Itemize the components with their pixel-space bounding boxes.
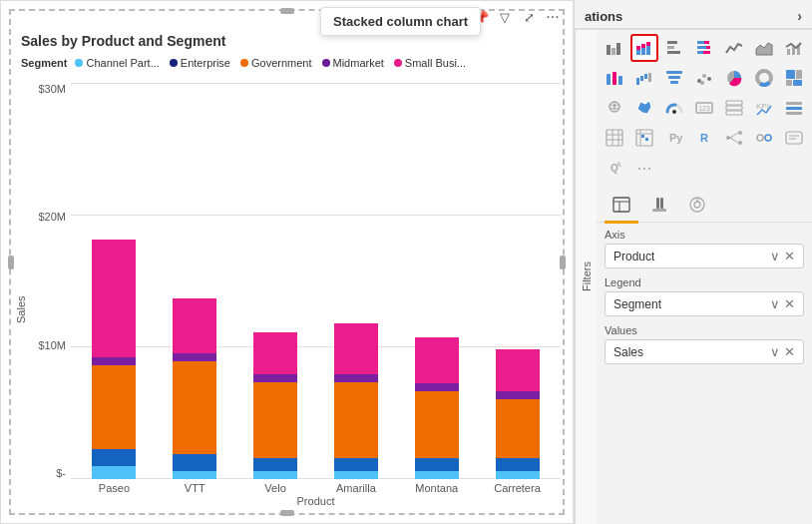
filter-icon[interactable]: ▽ [497, 9, 513, 25]
svg-rect-55 [607, 130, 622, 146]
pie-chart-icon[interactable] [720, 64, 748, 92]
resize-top[interactable] [280, 8, 294, 14]
bar-segment[interactable] [92, 240, 136, 357]
map-icon[interactable] [601, 94, 628, 122]
bar-segment[interactable] [496, 471, 540, 479]
stacked-bar[interactable] [92, 240, 136, 479]
bar-segment[interactable] [415, 471, 459, 479]
multi-row-card-icon[interactable] [720, 94, 748, 122]
more-visuals-icon[interactable]: ··· [630, 154, 658, 182]
format-tab[interactable] [642, 188, 676, 222]
viz-header-chevron-icon[interactable]: › [797, 8, 802, 24]
bar-segment[interactable] [92, 449, 136, 466]
waterfall-icon[interactable] [630, 64, 658, 92]
axis-close-icon[interactable]: ✕ [784, 249, 795, 263]
bar-segment[interactable] [415, 383, 459, 391]
legend-chip[interactable]: Segment ∨ ✕ [605, 291, 804, 316]
svg-rect-4 [636, 46, 640, 50]
bar-segment[interactable] [253, 374, 297, 382]
bar-segment[interactable] [173, 471, 216, 479]
bar-segment[interactable] [496, 391, 540, 399]
py-visual-icon[interactable]: Py [660, 124, 688, 152]
bar-segment[interactable] [92, 365, 136, 449]
line-clustered-icon[interactable] [780, 34, 808, 62]
stacked-col-icon[interactable] [630, 34, 658, 62]
stacked-bar-icon[interactable] [690, 34, 718, 62]
r-visual-icon[interactable]: R [690, 124, 718, 152]
bar-segment[interactable] [334, 374, 378, 382]
kpi-icon[interactable]: KPI [750, 94, 778, 122]
funnel-icon[interactable] [660, 64, 688, 92]
matrix-icon[interactable] [630, 124, 658, 152]
stacked-bar[interactable] [173, 298, 216, 479]
svg-rect-39 [786, 70, 795, 79]
legend-item-1: Enterprise [170, 57, 230, 69]
bar-segment[interactable] [496, 349, 540, 391]
bar-segment[interactable] [334, 323, 378, 374]
bar-segment[interactable] [253, 332, 297, 374]
legend-chevron-icon[interactable]: ∨ [770, 296, 780, 311]
decomp-tree-icon[interactable] [720, 124, 748, 152]
bar-segment[interactable] [253, 471, 297, 479]
bar-segment[interactable] [173, 353, 216, 361]
bar-segment[interactable] [415, 337, 459, 383]
axis-chevron-icon[interactable]: ∨ [770, 249, 780, 263]
y-axis-label: Sales [13, 83, 29, 509]
bar-group [320, 83, 391, 479]
scatter-chart-icon[interactable] [690, 64, 718, 92]
card-icon[interactable]: 123 [690, 94, 718, 122]
line-chart-icon[interactable] [720, 34, 748, 62]
values-chip[interactable]: Sales ∨ ✕ [605, 339, 804, 364]
svg-rect-7 [646, 46, 650, 55]
bar-segment[interactable] [334, 458, 378, 471]
y-tick-0: $- [56, 467, 66, 479]
values-chip-value: Sales [613, 345, 643, 359]
smart-narrative-icon[interactable] [780, 124, 808, 152]
stacked-bar[interactable] [253, 332, 297, 479]
more-options-icon[interactable]: ··· [545, 9, 561, 25]
legend-dot-2 [240, 59, 248, 67]
bar-segment[interactable] [173, 298, 216, 353]
legend-dot-4 [394, 59, 402, 67]
stacked-bar[interactable] [334, 323, 378, 479]
stacked-bar[interactable] [496, 348, 540, 479]
bar-segment[interactable] [496, 458, 540, 471]
values-chevron-icon[interactable]: ∨ [770, 344, 780, 359]
bar-segment[interactable] [253, 382, 297, 458]
bar-segment[interactable] [415, 391, 459, 458]
clustered-col-icon[interactable] [601, 34, 628, 62]
svg-text:123: 123 [698, 105, 710, 112]
bar-segment[interactable] [334, 471, 378, 479]
qa-visual-icon[interactable]: QA [601, 154, 628, 182]
bar-segment[interactable] [496, 399, 540, 458]
table-icon[interactable] [601, 124, 628, 152]
bar-segment[interactable] [334, 382, 378, 458]
axis-chip[interactable]: Product ∨ ✕ [605, 244, 804, 268]
slicer-icon[interactable] [780, 94, 808, 122]
bar-segment[interactable] [173, 361, 216, 454]
analytics-tab[interactable] [680, 188, 714, 222]
bar-segment[interactable] [92, 466, 136, 479]
ribbon-chart-icon[interactable] [601, 64, 628, 92]
treemap-icon[interactable] [780, 64, 808, 92]
stacked-bar[interactable] [415, 336, 459, 479]
viz-header-title: ations [585, 9, 622, 24]
bar-segment[interactable] [415, 458, 459, 471]
fields-tab[interactable] [605, 188, 638, 222]
legend-text-1: Enterprise [181, 57, 230, 69]
values-close-icon[interactable]: ✕ [784, 344, 795, 359]
legend-close-icon[interactable]: ✕ [784, 296, 795, 311]
donut-chart-icon[interactable] [750, 64, 778, 92]
gauge-icon[interactable] [660, 94, 688, 122]
bar-segment[interactable] [173, 454, 216, 471]
key-influencer-icon[interactable] [750, 124, 778, 152]
filters-label[interactable]: Filters [575, 30, 597, 524]
area-chart-icon[interactable] [750, 34, 778, 62]
expand-icon[interactable]: ⤢ [521, 9, 537, 25]
resize-bottom[interactable] [280, 510, 294, 516]
svg-rect-2 [616, 43, 620, 55]
filled-map-icon[interactable] [630, 94, 658, 122]
clustered-bar-icon[interactable] [660, 34, 688, 62]
bar-segment[interactable] [92, 357, 136, 365]
bar-segment[interactable] [253, 458, 297, 471]
